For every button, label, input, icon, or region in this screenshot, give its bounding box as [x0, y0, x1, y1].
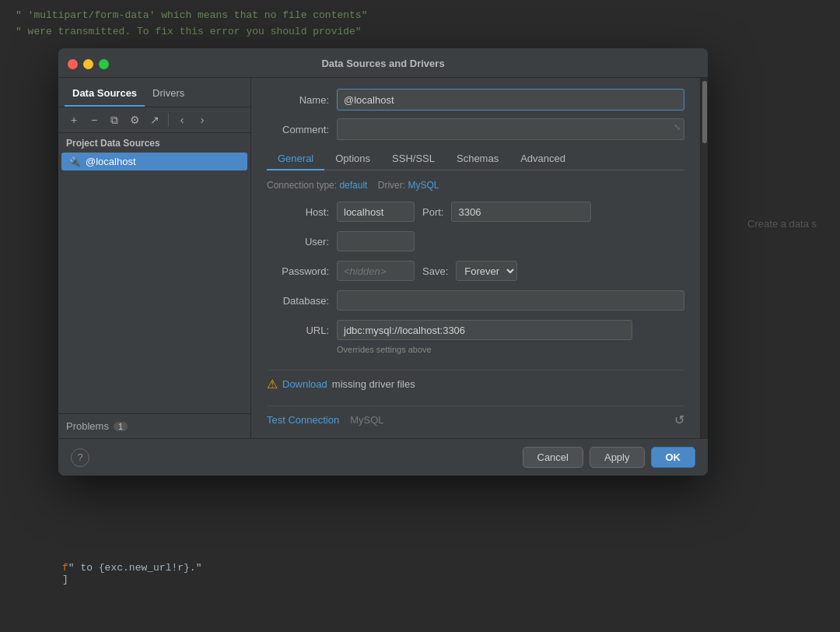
toolbar-separator	[168, 113, 169, 127]
name-row: Name:	[267, 89, 684, 111]
dialog-body: Data Sources Drivers + − ⧉ ⚙ ↗ ‹ › Proje…	[58, 78, 708, 438]
host-port-row: Host: Port:	[267, 202, 684, 222]
warning-icon: ⚠	[267, 377, 278, 391]
tab-ssh-ssl[interactable]: SSH/SSL	[381, 148, 446, 170]
duplicate-button[interactable]: ⧉	[105, 111, 124, 129]
minimize-button[interactable]	[83, 59, 93, 69]
database-label: Database:	[267, 295, 329, 307]
database-icon: 🔌	[69, 156, 81, 167]
dialog: Data Sources and Drivers Data Sources Dr…	[58, 48, 708, 476]
password-label: Password:	[267, 265, 329, 277]
refresh-button[interactable]: ↺	[674, 413, 684, 427]
tab-drivers[interactable]: Drivers	[145, 84, 192, 107]
database-input[interactable]	[337, 290, 684, 311]
connection-info: Connection type: default Driver: MySQL	[267, 180, 684, 191]
name-label: Name:	[267, 94, 337, 106]
scrollbar-thumb[interactable]	[702, 81, 707, 143]
bg-bottom-line1: f" to {exc.new_url!r}."	[62, 562, 201, 574]
user-row: User:	[267, 231, 684, 251]
bg-line-2: " were transmitted. To fix this error yo…	[16, 24, 824, 40]
comment-label: Comment:	[267, 124, 337, 135]
tab-schemas[interactable]: Schemas	[446, 148, 509, 170]
tab-options[interactable]: Options	[324, 148, 381, 170]
comment-field-wrapper: ⤡	[337, 118, 684, 140]
test-connection-row: Test Connection MySQL ↺	[267, 406, 684, 427]
title-bar: Data Sources and Drivers	[58, 48, 708, 78]
section-header-project: Project Data Sources	[58, 133, 250, 152]
sidebar-item-label: @localhost	[86, 156, 136, 167]
download-link[interactable]: Download	[282, 378, 327, 390]
maximize-button[interactable]	[99, 59, 109, 69]
sidebar: Data Sources Drivers + − ⧉ ⚙ ↗ ‹ › Proje…	[58, 78, 251, 438]
sidebar-tabs: Data Sources Drivers	[58, 78, 250, 107]
url-label: URL:	[267, 325, 329, 336]
conn-type-label: Connection type:	[267, 180, 337, 191]
add-button[interactable]: +	[65, 111, 83, 129]
help-button[interactable]: ?	[71, 448, 89, 467]
password-input[interactable]	[337, 261, 415, 281]
problems-section: Problems 1	[58, 414, 250, 438]
problems-label: Problems	[66, 420, 109, 432]
warning-section: ⚠ Download missing driver files	[267, 370, 684, 398]
database-row: Database:	[267, 290, 684, 311]
url-note: Overrides settings above	[337, 345, 684, 354]
conn-driver-value[interactable]: MySQL	[408, 180, 439, 191]
remove-button[interactable]: −	[85, 111, 103, 129]
dialog-footer: ? Cancel Apply OK	[58, 438, 708, 476]
expand-icon[interactable]: ⤡	[674, 122, 681, 132]
save-label: Save:	[422, 265, 448, 277]
user-input[interactable]	[337, 231, 415, 251]
bg-line-1: " 'multipart/form-data' which means that…	[16, 8, 824, 24]
save-select[interactable]: Forever	[456, 261, 517, 281]
ok-button[interactable]: OK	[651, 447, 696, 468]
comment-input[interactable]	[338, 119, 667, 139]
apply-button[interactable]: Apply	[590, 447, 645, 468]
password-row: Password: Save: Forever	[267, 261, 684, 281]
host-label: Host:	[267, 206, 329, 218]
name-input[interactable]	[337, 89, 684, 111]
tab-advanced[interactable]: Advanced	[509, 148, 576, 170]
forward-button[interactable]: ›	[193, 111, 212, 129]
comment-row: Comment: ⤡	[267, 118, 684, 140]
port-label: Port:	[422, 206, 443, 218]
url-row: URL:	[267, 320, 684, 340]
bg-bottom-line2: ]	[62, 574, 201, 585]
content-tabs: General Options SSH/SSL Schemas Advanced	[267, 148, 684, 170]
user-label: User:	[267, 236, 329, 248]
url-input[interactable]	[337, 320, 632, 340]
main-content: Name: Comment: ⤡ General Options SSH/SSL	[251, 78, 700, 438]
host-input[interactable]	[337, 202, 415, 222]
test-connection-link[interactable]: Test Connection	[267, 414, 339, 426]
problems-badge: 1	[114, 422, 128, 431]
dialog-title: Data Sources and Drivers	[321, 58, 444, 77]
tab-general[interactable]: General	[267, 148, 324, 170]
scrollbar-track[interactable]	[700, 78, 708, 438]
tab-data-sources[interactable]: Data Sources	[65, 84, 145, 107]
warning-text: missing driver files	[332, 378, 415, 390]
bg-right-hint: Create a data s	[747, 218, 817, 230]
window-controls	[68, 59, 109, 69]
conn-type-value[interactable]: default	[339, 180, 367, 191]
sidebar-toolbar: + − ⧉ ⚙ ↗ ‹ ›	[58, 107, 250, 133]
test-driver-label: MySQL	[350, 414, 383, 426]
back-button[interactable]: ‹	[173, 111, 191, 129]
bg-bottom-code: f" to {exc.new_url!r}." ]	[62, 562, 201, 585]
export-button[interactable]: ↗	[145, 111, 164, 129]
conn-driver-label: Driver:	[378, 180, 405, 191]
sidebar-item-localhost[interactable]: 🔌 @localhost	[61, 153, 247, 170]
close-button[interactable]	[68, 59, 78, 69]
settings-button[interactable]: ⚙	[125, 111, 144, 129]
cancel-button[interactable]: Cancel	[523, 447, 583, 468]
port-input[interactable]	[451, 202, 591, 222]
